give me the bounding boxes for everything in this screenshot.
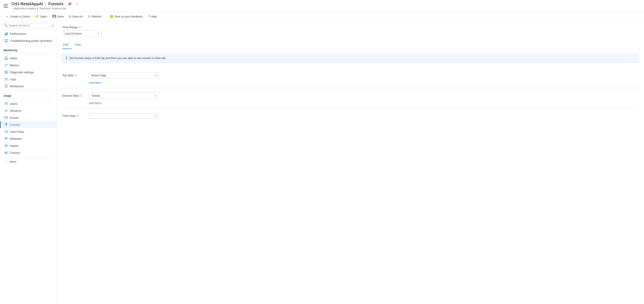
svg-point-19: [5, 102, 6, 104]
folder-icon: 📂: [36, 15, 39, 18]
sidebar-item-events-label: Events: [10, 116, 18, 119]
svg-rect-33: [6, 138, 7, 138]
top-step-section: Top Step ⓘ Home Page ∨ Add filters: [62, 68, 639, 88]
smiley-icon: 🙂: [110, 15, 114, 18]
third-step-dropdown[interactable]: ∨: [89, 113, 159, 119]
top-step-label: Top Step ⓘ: [62, 73, 86, 77]
directory-label: Directory: contoso.com: [40, 7, 66, 10]
users-icon: [4, 102, 8, 106]
search-input[interactable]: [9, 24, 48, 27]
ellipsis-icon[interactable]: ···: [76, 2, 78, 6]
monitoring-divider: [4, 45, 53, 45]
sidebar-item-troubleshooting[interactable]: Troubleshooting guides (preview): [0, 37, 57, 44]
svg-line-29: [6, 131, 7, 132]
time-range-dropdown[interactable]: Last 24 hours ∨: [62, 30, 102, 37]
resource-name: CH1-RetailAppAI: [12, 2, 43, 6]
more-dots-icon: ···: [4, 160, 8, 164]
tab-edit[interactable]: Edit: [62, 41, 72, 49]
app-subheader: Application Insights ℹ Directory: contos…: [12, 7, 78, 10]
refresh-label: Refresh: [92, 15, 102, 18]
sidebar-item-cohorts[interactable]: Cohorts: [0, 149, 57, 156]
sidebar-item-performance[interactable]: Performance: [0, 30, 57, 37]
sessions-icon: [4, 109, 8, 113]
svg-point-38: [6, 152, 8, 153]
save-label: Save: [57, 15, 64, 18]
search-box: 🔍: [2, 23, 50, 28]
open-label: Open: [40, 15, 47, 18]
pin-icon[interactable]: 📌: [68, 2, 72, 6]
collapse-sidebar-button[interactable]: «: [51, 24, 54, 27]
save-button[interactable]: 💾 Save: [50, 13, 66, 19]
sidebar-item-users[interactable]: Users: [0, 100, 57, 107]
second-step-value: Tickets: [91, 94, 100, 97]
top-header: CH1-RetailAppAI | Funnels 📌 ··· Applicat…: [0, 0, 644, 12]
sidebar: 🔍 « Performance Troubleshooting guides (…: [0, 21, 57, 304]
tab-view-label: View: [74, 43, 81, 46]
svg-point-37: [5, 152, 6, 153]
sidebar-item-events[interactable]: Events: [0, 114, 57, 121]
svg-point-26: [4, 131, 6, 132]
hamburger-menu[interactable]: [4, 4, 8, 8]
second-step-add-filters[interactable]: Add filters: [62, 101, 639, 108]
sidebar-item-diagnostic-settings[interactable]: Diagnostic settings: [0, 69, 57, 76]
app-type-label: Application Insights: [13, 7, 36, 10]
metrics-icon: [4, 63, 8, 67]
sidebar-item-user-flows[interactable]: User Flows: [0, 128, 57, 135]
performance-icon: [4, 32, 8, 36]
sidebar-item-metrics-label: Metrics: [10, 64, 19, 67]
third-step-info-icon[interactable]: ⓘ: [76, 114, 79, 118]
help-icon: ?: [148, 15, 150, 18]
svg-rect-3: [5, 39, 8, 41]
help-button[interactable]: ? Help: [146, 13, 159, 19]
plus-icon: ＋: [6, 14, 9, 18]
third-step-row: Third Step ⓘ ∨: [62, 108, 639, 120]
directory-info-icon[interactable]: ℹ: [37, 7, 38, 10]
alerts-icon: [4, 56, 8, 60]
sidebar-item-retention[interactable]: Retention: [0, 135, 57, 142]
save-as-button[interactable]: ⧉ Save As: [67, 13, 85, 19]
tabs-bar: Edit View: [62, 41, 639, 49]
sidebar-item-more[interactable]: ··· More: [0, 158, 57, 165]
sidebar-item-alerts[interactable]: Alerts: [0, 55, 57, 62]
top-step-add-filters[interactable]: Add filters: [62, 80, 639, 88]
page-name: Funnels: [48, 2, 64, 6]
usage-section-header: Usage: [0, 92, 57, 98]
troubleshooting-icon: [4, 39, 8, 43]
second-step-info-icon[interactable]: ⓘ: [80, 94, 82, 97]
sidebar-item-logs[interactable]: Logs: [0, 76, 57, 83]
sidebar-item-funnels[interactable]: Funnels: [0, 121, 57, 128]
top-step-info-icon[interactable]: ⓘ: [74, 73, 77, 77]
user-flows-icon: [4, 130, 8, 134]
feedback-button[interactable]: 🙂 Give us your feedback: [108, 13, 145, 19]
svg-rect-2: [7, 32, 8, 35]
svg-point-7: [6, 59, 6, 59]
second-step-label-text: Second Step: [62, 94, 78, 97]
sidebar-search-container: 🔍 «: [0, 21, 57, 30]
third-step-label-text: Third Step: [62, 114, 75, 117]
info-banner: ℹ Set funnels steps in Edit tab and then…: [62, 54, 639, 62]
sidebar-item-metrics[interactable]: Metrics: [0, 62, 57, 69]
retention-icon: [4, 137, 8, 141]
monitoring-section-header: Monitoring: [0, 46, 57, 53]
info-banner-text: Set funnels steps in Edit tab and then y…: [70, 56, 166, 60]
refresh-button[interactable]: ↻ Refresh: [86, 13, 104, 19]
svg-point-20: [6, 103, 8, 103]
title-separator: |: [45, 2, 46, 6]
top-step-value: Home Page: [91, 74, 106, 77]
sidebar-item-impact[interactable]: Impact: [0, 142, 57, 149]
sidebar-item-workbooks[interactable]: Workbooks: [0, 83, 57, 90]
top-step-dropdown[interactable]: Home Page ∨: [89, 72, 159, 78]
sidebar-item-sessions[interactable]: Sessions: [0, 107, 57, 114]
open-button[interactable]: 📂 Open: [33, 13, 50, 19]
sidebar-item-funnels-label: Funnels: [10, 123, 20, 126]
header-title: CH1-RetailAppAI | Funnels 📌 ···: [12, 2, 78, 6]
sidebar-item-performance-label: Performance: [10, 32, 26, 35]
feedback-label: Give us your feedback: [114, 15, 143, 18]
second-step-dropdown[interactable]: Tickets ∨: [89, 92, 159, 99]
time-range-info-icon[interactable]: ⓘ: [78, 25, 81, 29]
create-cohort-button[interactable]: ＋ Create a Cohort: [4, 13, 32, 19]
svg-line-30: [6, 132, 7, 133]
second-step-label: Second Step ⓘ: [62, 94, 86, 97]
tab-view[interactable]: View: [74, 41, 84, 49]
sidebar-item-diagnostic-settings-label: Diagnostic settings: [10, 71, 34, 74]
